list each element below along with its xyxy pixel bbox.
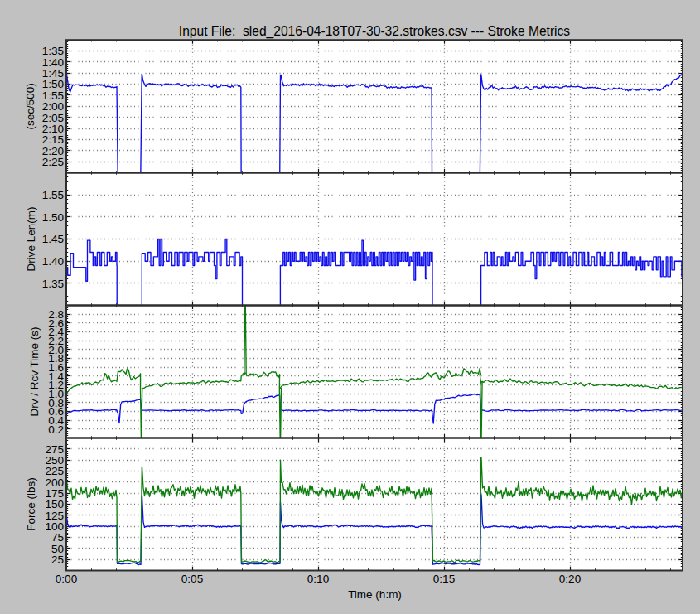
- svg-text:75: 75: [51, 531, 64, 544]
- svg-text:1.50: 1.50: [42, 211, 64, 224]
- svg-text:275: 275: [45, 443, 64, 456]
- svg-text:0:00: 0:00: [56, 573, 77, 585]
- svg-text:200: 200: [45, 476, 64, 489]
- svg-text:1.45: 1.45: [42, 233, 64, 245]
- svg-text:0:05: 0:05: [181, 573, 203, 585]
- svg-text:175: 175: [45, 487, 64, 500]
- svg-text:Drive Len(m): Drive Len(m): [25, 206, 37, 271]
- svg-text:Input File: sled_2016-04-18T0: Input File: sled_2016-04-18T07-30-32.str…: [179, 24, 571, 39]
- svg-text:Force (lbs): Force (lbs): [25, 477, 37, 531]
- svg-text:50: 50: [51, 543, 64, 555]
- svg-text:0:15: 0:15: [433, 573, 455, 585]
- svg-text:125: 125: [45, 510, 64, 522]
- svg-text:250: 250: [45, 454, 64, 467]
- svg-text:0:10: 0:10: [307, 573, 329, 585]
- svg-text:1.35: 1.35: [42, 278, 64, 290]
- svg-text:25: 25: [51, 554, 64, 566]
- svg-text:Time (h:m): Time (h:m): [348, 588, 402, 601]
- svg-text:Drv / Rcv Time (s): Drv / Rcv Time (s): [28, 327, 41, 417]
- svg-text:2.8: 2.8: [48, 308, 64, 321]
- svg-text:1.55: 1.55: [42, 189, 64, 201]
- svg-text:225: 225: [45, 465, 64, 477]
- svg-text:(sec/500): (sec/500): [24, 83, 36, 129]
- svg-text:0:20: 0:20: [559, 573, 581, 585]
- svg-text:2:25: 2:25: [42, 156, 64, 168]
- svg-text:150: 150: [45, 498, 64, 510]
- svg-text:1.40: 1.40: [42, 255, 64, 268]
- svg-text:100: 100: [45, 520, 64, 533]
